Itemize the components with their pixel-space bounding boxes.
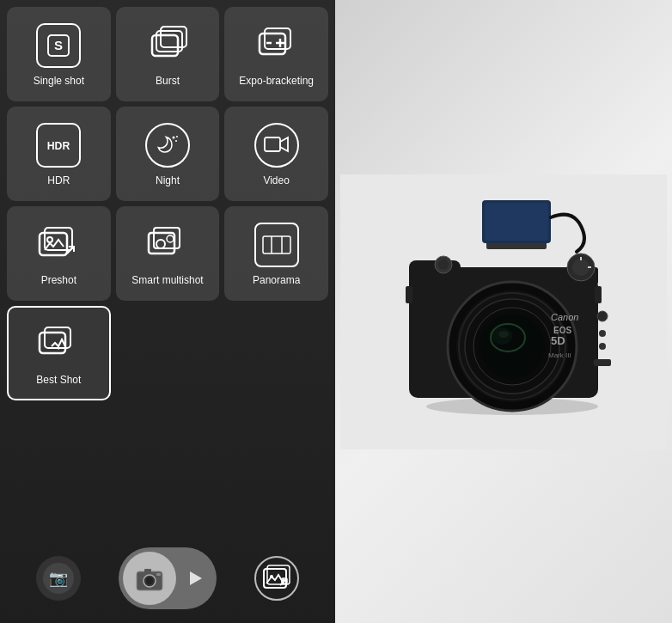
night-svg <box>155 132 180 158</box>
burst-svg <box>145 23 190 68</box>
svg-text:Canon: Canon <box>551 312 578 322</box>
svg-point-73 <box>426 398 598 415</box>
svg-text:5D: 5D <box>551 334 565 347</box>
svg-rect-25 <box>40 333 65 353</box>
svg-text:📷: 📷 <box>49 569 69 588</box>
mode-best-shot[interactable]: Best Shot <box>7 306 111 400</box>
burst-icon <box>145 23 190 68</box>
svg-point-11 <box>172 137 174 139</box>
svg-point-50 <box>438 260 449 270</box>
expo-bracketing-label: Expo-bracketing <box>239 75 314 87</box>
svg-marker-36 <box>190 571 202 585</box>
svg-rect-68 <box>595 286 602 303</box>
svg-point-39 <box>270 575 273 578</box>
gallery-button[interactable] <box>254 556 299 601</box>
svg-point-56 <box>480 314 545 379</box>
best-shot-svg <box>36 322 81 367</box>
night-icon <box>145 123 190 168</box>
svg-point-46 <box>572 259 590 276</box>
expo-svg <box>254 23 299 68</box>
svg-rect-34 <box>144 569 151 573</box>
gallery-icon <box>261 563 292 594</box>
shutter-group <box>119 547 217 609</box>
mode-grid-row1: S Single shot Burst <box>7 7 328 101</box>
mode-preshot[interactable]: Preshot <box>7 206 111 301</box>
svg-point-33 <box>146 577 153 584</box>
preshot-label: Preshot <box>41 274 76 286</box>
night-label: Night <box>156 174 180 186</box>
svg-text:HDR: HDR <box>47 140 70 152</box>
video-mode-icon <box>183 567 205 589</box>
svg-text:Mark III: Mark III <box>548 351 571 359</box>
mode-video[interactable]: Video <box>224 107 328 201</box>
thumbnail-button[interactable]: 📷 <box>36 556 81 601</box>
mode-grid-row3: Preshot Smart multishot P <box>7 206 328 301</box>
camera-preview: Canon EOS 5D Mark III <box>335 0 672 623</box>
smart-multishot-label: Smart multishot <box>131 274 203 286</box>
hdr-svg: HDR <box>46 132 71 158</box>
svg-point-17 <box>47 237 52 242</box>
left-panel: S Single shot Burst <box>0 0 335 623</box>
mode-grid-row2: HDR HDR Night <box>7 107 328 201</box>
video-svg <box>264 134 290 156</box>
smart-multishot-icon <box>145 223 190 267</box>
video-label: Video <box>263 174 289 186</box>
mode-hdr[interactable]: HDR HDR <box>7 107 111 201</box>
mode-night[interactable]: Night <box>116 107 220 201</box>
spacer <box>7 406 328 535</box>
shutter-button[interactable] <box>123 552 176 605</box>
mode-smart-multishot[interactable]: Smart multishot <box>116 206 220 301</box>
shutter-camera-icon <box>134 563 165 594</box>
video-mode-button[interactable] <box>176 560 212 596</box>
svg-point-70 <box>599 330 606 337</box>
svg-rect-35 <box>156 573 161 576</box>
svg-point-20 <box>156 240 165 248</box>
panorama-label: Panorama <box>253 274 300 286</box>
svg-rect-15 <box>40 233 67 255</box>
svg-point-21 <box>167 235 174 242</box>
svg-point-69 <box>597 311 608 321</box>
bottom-toolbar: 📷 <box>7 541 328 616</box>
expo-icon <box>254 23 299 68</box>
best-shot-label: Best Shot <box>36 374 81 386</box>
best-shot-icon <box>36 322 81 367</box>
svg-point-13 <box>176 136 178 137</box>
thumbnail-icon: 📷 <box>41 561 76 596</box>
svg-text:S: S <box>54 38 63 52</box>
smart-multishot-svg <box>145 223 190 267</box>
hdr-icon: HDR <box>36 123 81 168</box>
panorama-svg <box>262 235 291 254</box>
mode-grid-row4: Best Shot <box>7 306 328 400</box>
single-shot-icon: S <box>36 23 81 68</box>
right-panel: Canon EOS 5D Mark III <box>335 0 672 623</box>
panorama-icon <box>254 223 299 267</box>
burst-label: Burst <box>156 75 180 87</box>
preshot-svg <box>36 223 81 267</box>
svg-point-58 <box>498 331 509 338</box>
svg-point-12 <box>175 140 177 142</box>
svg-rect-62 <box>485 203 548 241</box>
single-shot-svg: S <box>46 33 71 58</box>
canon-camera-illustration: Canon EOS 5D Mark III <box>340 174 667 449</box>
svg-rect-67 <box>406 286 412 303</box>
mode-panorama[interactable]: Panorama <box>224 206 328 301</box>
svg-rect-14 <box>265 137 280 151</box>
svg-rect-72 <box>594 359 611 366</box>
mode-burst[interactable]: Burst <box>116 7 220 101</box>
svg-point-71 <box>599 343 606 350</box>
mode-expo-bracketing[interactable]: Expo-bracketing <box>224 7 328 101</box>
hdr-label: HDR <box>47 174 70 186</box>
video-icon <box>254 123 299 168</box>
svg-rect-6 <box>265 28 290 49</box>
mode-single-shot[interactable]: S Single shot <box>7 7 111 101</box>
preshot-icon <box>36 223 81 267</box>
svg-rect-22 <box>263 236 290 253</box>
single-shot-label: Single shot <box>34 75 84 87</box>
